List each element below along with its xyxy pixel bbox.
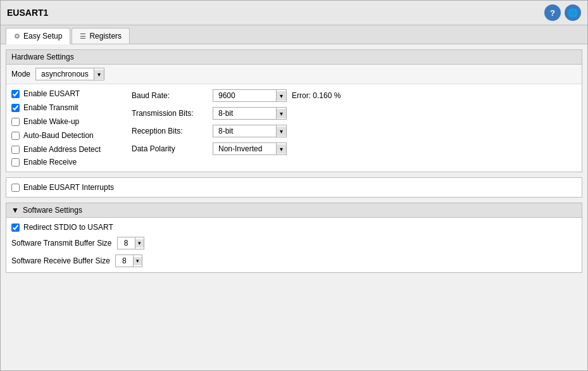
tx-buffer-value: 8 xyxy=(118,237,135,249)
enable-transmit-label: Enable Transmit xyxy=(23,103,78,112)
checkbox-auto-baud: Auto-Baud Detection xyxy=(11,131,122,140)
baud-rate-label: Baud Rate: xyxy=(132,91,208,100)
transmission-bits-row: Transmission Bits: 8-bit ▾ xyxy=(132,107,577,120)
redirect-stdio-checkbox[interactable] xyxy=(11,223,20,232)
tx-buffer-row: Software Transmit Buffer Size 8 ▾ xyxy=(11,237,577,249)
rx-buffer-value: 8 xyxy=(116,255,134,267)
data-polarity-label: Data Polarity xyxy=(132,144,208,153)
software-settings-section: ▼ Software Settings Redirect STDIO to US… xyxy=(6,203,582,273)
mode-row: Mode asynchronous ▾ xyxy=(6,65,582,84)
tx-buffer-spin[interactable]: 8 ▾ xyxy=(117,237,144,249)
enable-eusart-label: Enable EUSART xyxy=(23,89,80,98)
window-title: EUSART1 xyxy=(7,8,48,18)
title-bar-icons: ? 🌐 xyxy=(544,4,581,21)
transmission-bits-label: Transmission Bits: xyxy=(132,109,208,118)
data-polarity-select[interactable]: Non-Inverted ▾ xyxy=(213,142,287,155)
enable-address-label: Enable Address Detect xyxy=(23,145,101,154)
transmission-bits-value: 8-bit xyxy=(213,108,277,119)
rx-buffer-spin[interactable]: 8 ▾ xyxy=(115,255,142,267)
checkbox-enable-address: Enable Address Detect xyxy=(11,145,101,154)
baud-rate-value: 9600 xyxy=(213,90,277,101)
reception-bits-select[interactable]: 8-bit ▾ xyxy=(213,125,287,137)
auto-baud-checkbox[interactable] xyxy=(11,132,20,140)
tab-registers[interactable]: ☰ Registers xyxy=(72,28,130,44)
baud-rate-select[interactable]: 9600 ▾ xyxy=(213,89,287,102)
interrupts-checkbox[interactable] xyxy=(11,184,20,192)
hw-left-panel: Enable EUSART Enable Transmit Enable Wak… xyxy=(11,89,132,167)
baud-rate-error: Error: 0.160 % xyxy=(292,91,341,100)
checkbox-enable-eusart: Enable EUSART xyxy=(11,89,122,98)
redirect-stdio-row: Redirect STDIO to USART xyxy=(11,223,577,232)
reception-bits-label: Reception Bits: xyxy=(132,127,208,135)
title-bar: EUSART1 ? 🌐 xyxy=(1,1,587,25)
reception-bits-dropdown-btn[interactable]: ▾ xyxy=(277,127,286,136)
auto-baud-label: Auto-Baud Detection xyxy=(23,131,94,140)
last-checkbox-row: Enable Address Detect Enable Receive xyxy=(11,145,122,167)
data-polarity-dropdown-btn[interactable]: ▾ xyxy=(277,144,286,154)
interrupts-row: Enable EUSART Interrupts xyxy=(6,177,582,198)
checkbox-enable-transmit: Enable Transmit xyxy=(11,103,122,112)
globe-button[interactable]: 🌐 xyxy=(565,4,581,21)
software-settings-header[interactable]: ▼ Software Settings xyxy=(6,203,582,218)
enable-receive-checkbox[interactable] xyxy=(11,158,20,167)
mode-select[interactable]: asynchronous ▾ xyxy=(35,68,104,80)
mode-label: Mode xyxy=(11,70,30,79)
main-content: Hardware Settings Mode asynchronous ▾ En… xyxy=(1,44,587,278)
baud-rate-row: Baud Rate: 9600 ▾ Error: 0.160 % xyxy=(132,89,577,102)
tx-buffer-label: Software Transmit Buffer Size xyxy=(11,239,112,248)
redirect-stdio-label: Redirect STDIO to USART xyxy=(23,223,113,232)
help-icon: ? xyxy=(550,8,555,18)
globe-icon: 🌐 xyxy=(568,8,578,18)
hardware-settings-header: Hardware Settings xyxy=(6,50,582,65)
rx-buffer-label: Software Receive Buffer Size xyxy=(11,256,110,265)
rx-buffer-dropdown-btn[interactable]: ▾ xyxy=(134,257,142,265)
registers-icon: ☰ xyxy=(80,32,86,41)
help-button[interactable]: ? xyxy=(544,4,561,21)
software-settings-content: Redirect STDIO to USART Software Transmi… xyxy=(6,218,582,272)
tabs-bar: ⚙ Easy Setup ☰ Registers xyxy=(1,25,587,44)
transmission-bits-dropdown-btn[interactable]: ▾ xyxy=(277,109,286,118)
baud-rate-dropdown-btn[interactable]: ▾ xyxy=(277,91,286,101)
hardware-settings-section: Hardware Settings Mode asynchronous ▾ En… xyxy=(6,49,582,172)
software-settings-label: Software Settings xyxy=(23,206,82,215)
interrupts-label: Enable EUSART Interrupts xyxy=(23,183,114,192)
triangle-down-icon: ▼ xyxy=(11,206,19,215)
reception-bits-value: 8-bit xyxy=(213,125,277,137)
tab-registers-label: Registers xyxy=(89,32,122,41)
reception-bits-row: Reception Bits: 8-bit ▾ xyxy=(132,125,577,137)
data-polarity-value: Non-Inverted xyxy=(213,143,277,154)
tx-buffer-dropdown-btn[interactable]: ▾ xyxy=(135,239,144,248)
enable-receive-row: Enable Receive xyxy=(11,158,77,167)
enable-wakeup-label: Enable Wake-up xyxy=(23,117,79,126)
mode-value: asynchronous xyxy=(36,68,94,80)
checkbox-enable-wakeup: Enable Wake-up xyxy=(11,117,122,126)
gear-icon: ⚙ xyxy=(14,32,20,41)
hw-settings-grid: Enable EUSART Enable Transmit Enable Wak… xyxy=(6,84,582,172)
enable-address-checkbox[interactable] xyxy=(11,146,20,154)
enable-wakeup-checkbox[interactable] xyxy=(11,118,20,126)
transmission-bits-select[interactable]: 8-bit ▾ xyxy=(213,107,287,120)
tab-easy-setup[interactable]: ⚙ Easy Setup xyxy=(6,28,70,44)
enable-transmit-checkbox[interactable] xyxy=(11,104,20,112)
rx-buffer-row: Software Receive Buffer Size 8 ▾ xyxy=(11,255,577,267)
data-polarity-row: Data Polarity Non-Inverted ▾ xyxy=(132,142,577,155)
enable-receive-label: Enable Receive xyxy=(23,158,77,167)
main-window: EUSART1 ? 🌐 ⚙ Easy Setup ☰ Registers Har… xyxy=(0,0,588,371)
tab-easy-setup-label: Easy Setup xyxy=(23,32,62,41)
enable-eusart-checkbox[interactable] xyxy=(11,90,20,98)
hw-right-panel: Baud Rate: 9600 ▾ Error: 0.160 % Transmi… xyxy=(132,89,577,167)
hardware-settings-label: Hardware Settings xyxy=(11,53,74,61)
mode-dropdown-btn[interactable]: ▾ xyxy=(94,70,104,79)
